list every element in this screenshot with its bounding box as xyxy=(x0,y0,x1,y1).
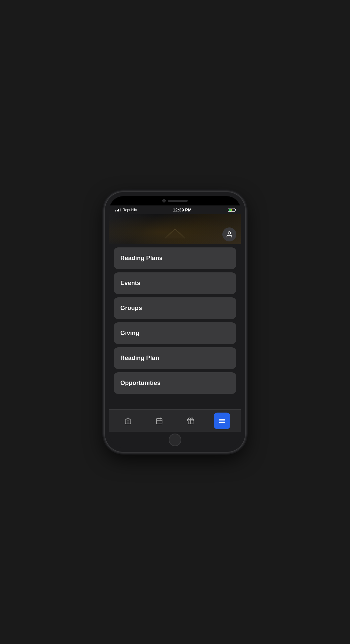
header-image xyxy=(109,214,241,244)
menu-item-label-reading-plans: Reading Plans xyxy=(120,255,163,261)
profile-button[interactable] xyxy=(222,227,236,241)
menu-list: Reading PlansEventsGroupsGivingReading P… xyxy=(109,244,241,409)
battery-icon: ⚡ xyxy=(228,208,235,212)
calendar-icon xyxy=(156,417,163,425)
signal-bar-3 xyxy=(118,209,119,211)
carrier-label: Republic xyxy=(123,208,137,212)
menu-item-reading-plans[interactable]: Reading Plans xyxy=(114,247,236,269)
battery-bolt-icon: ⚡ xyxy=(230,208,233,211)
volume-silent-btn xyxy=(104,229,105,239)
menu-item-events[interactable]: Events xyxy=(114,272,236,294)
signal-bars xyxy=(115,208,121,211)
nav-gift-button[interactable] xyxy=(182,413,199,429)
menu-item-label-groups: Groups xyxy=(120,305,142,311)
volume-up-btn xyxy=(104,244,105,262)
signal-bar-4 xyxy=(120,208,121,211)
menu-item-opportunities[interactable]: Opportunities xyxy=(114,372,236,394)
status-right: ⚡ xyxy=(228,208,235,212)
nav-home-button[interactable] xyxy=(120,413,136,429)
home-button[interactable] xyxy=(169,434,181,446)
carrier-info: Republic xyxy=(115,208,137,212)
menu-lines-icon xyxy=(218,417,226,425)
svg-rect-2 xyxy=(157,418,162,424)
speaker xyxy=(168,200,188,202)
home-icon xyxy=(124,417,132,425)
bottom-nav xyxy=(109,409,241,432)
menu-item-label-events: Events xyxy=(120,280,140,286)
signal-bar-1 xyxy=(115,210,116,211)
volume-down-btn xyxy=(104,267,105,285)
power-btn xyxy=(245,249,246,275)
menu-item-label-opportunities: Opportunities xyxy=(120,380,161,386)
notch xyxy=(109,196,241,205)
book-illustration xyxy=(163,226,187,241)
status-bar: Republic 12:39 PM ⚡ xyxy=(109,205,241,214)
menu-item-label-giving: Giving xyxy=(120,330,139,336)
menu-item-label-reading-plan: Reading Plan xyxy=(120,355,159,361)
nav-menu-button[interactable] xyxy=(214,413,230,429)
menu-item-groups[interactable]: Groups xyxy=(114,297,236,319)
status-time: 12:39 PM xyxy=(173,207,191,212)
phone-device: Republic 12:39 PM ⚡ xyxy=(105,192,245,452)
home-button-area xyxy=(109,432,241,448)
menu-item-giving[interactable]: Giving xyxy=(114,322,236,344)
screen-content: Reading PlansEventsGroupsGivingReading P… xyxy=(109,214,241,409)
person-icon xyxy=(226,231,233,238)
phone-screen: Republic 12:39 PM ⚡ xyxy=(109,196,241,448)
menu-item-reading-plan[interactable]: Reading Plan xyxy=(114,347,236,369)
signal-bar-2 xyxy=(117,210,118,211)
svg-point-1 xyxy=(228,232,230,234)
nav-calendar-button[interactable] xyxy=(151,413,168,429)
camera xyxy=(162,199,166,202)
gift-icon xyxy=(187,417,194,425)
